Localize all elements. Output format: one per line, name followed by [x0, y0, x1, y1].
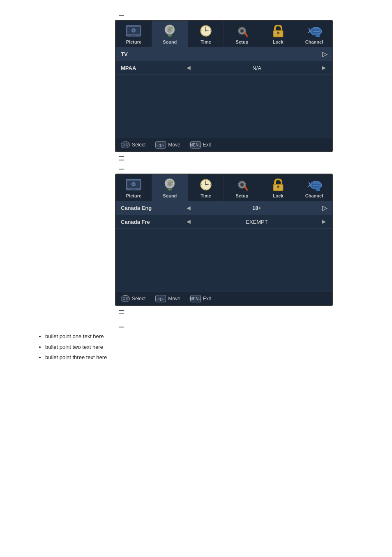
sound-icon-2 — [161, 178, 178, 192]
exit-btn-icon-2: MENU — [190, 295, 201, 302]
svg-line-31 — [308, 31, 310, 33]
svg-point-4 — [132, 29, 135, 32]
row-arrow-right-canada-eng[interactable]: ▷ — [315, 204, 327, 212]
tab-lock-1[interactable]: Lock — [260, 21, 296, 47]
menu-header-title-1: TV — [121, 51, 322, 57]
channel-icon-2 — [306, 178, 323, 192]
move-label-1: Move — [168, 142, 180, 148]
svg-rect-58 — [244, 186, 248, 191]
svg-rect-24 — [274, 31, 277, 34]
move-label-2: Move — [168, 296, 180, 302]
row-label-mpaa: MPAA — [121, 65, 178, 71]
svg-rect-60 — [274, 185, 277, 188]
select-label-1: Select — [132, 142, 145, 148]
tab-bar-2: Picture Sound — [116, 174, 332, 201]
svg-rect-32 — [313, 28, 320, 29]
svg-point-46 — [171, 181, 173, 183]
tab-time-1[interactable]: Time — [188, 21, 224, 47]
tab-label-setup-1: Setup — [236, 39, 249, 44]
svg-rect-68 — [313, 182, 320, 183]
bullet-item-3: bullet point three text here — [45, 353, 359, 362]
svg-rect-61 — [274, 188, 277, 190]
tab-label-lock-1: Lock — [273, 39, 284, 44]
select-label-2: Select — [132, 296, 145, 302]
menu-content-2: Canada Eng ◄ 18+ ▷ Canada Fre ◄ EXEMPT ► — [116, 201, 332, 292]
bullet-item-2: bullet point two text here — [45, 343, 359, 351]
tab-sound-2[interactable]: Sound — [152, 174, 188, 201]
tv-menu-1: Picture Sound — [115, 20, 333, 152]
setup-icon-2 — [234, 178, 250, 192]
svg-rect-70 — [313, 185, 320, 186]
exit-btn-icon-1: MENU — [190, 141, 201, 149]
menu-header-row-1: TV ▷ — [116, 47, 332, 61]
dash-7 — [119, 327, 124, 327]
dash-2 — [119, 156, 124, 157]
svg-point-51 — [205, 184, 207, 186]
tab-channel-1[interactable]: Channel — [296, 21, 332, 47]
channel-icon-1 — [306, 24, 323, 38]
row-arrow-right-mpaa[interactable]: ► — [315, 64, 327, 72]
menu-row-mpaa[interactable]: MPAA ◄ N/A ► — [116, 61, 332, 75]
svg-point-9 — [171, 27, 173, 29]
tab-setup-1[interactable]: Setup — [224, 21, 260, 47]
menu-footer-2: ⊙▽ Select ◁▷ Move MENU Exit — [116, 292, 332, 305]
dash-5 — [119, 310, 124, 311]
tab-setup-2[interactable]: Setup — [224, 174, 260, 201]
picture-icon-1 — [125, 24, 142, 38]
svg-point-14 — [205, 30, 207, 32]
picture-icon-2 — [125, 178, 142, 192]
row-value-canada-fre: EXEMPT — [199, 219, 315, 225]
tab-picture-2[interactable]: Picture — [116, 174, 152, 201]
time-icon-2 — [198, 178, 214, 192]
menu-footer-1: ⊙▽ Select ◁▷ Move MENU Exit — [116, 138, 332, 151]
menu-header-arrow-1: ▷ — [322, 50, 327, 58]
svg-rect-36 — [316, 35, 320, 37]
tab-label-channel-1: Channel — [305, 39, 323, 44]
menu-row-canada-fre[interactable]: Canada Fre ◄ EXEMPT ► — [116, 215, 332, 229]
lock-icon-1 — [270, 24, 286, 38]
svg-rect-26 — [279, 31, 282, 36]
svg-rect-25 — [274, 34, 277, 36]
tab-bar-1: Picture Sound — [116, 21, 332, 47]
svg-line-67 — [308, 185, 310, 187]
tv-menu-2: Picture Sound — [115, 174, 333, 306]
footer-select-1: ⊙▽ Select — [121, 142, 145, 148]
svg-line-30 — [309, 28, 310, 31]
menu-row-canada-eng[interactable]: Canada Eng ◄ 18+ ▷ — [116, 201, 332, 215]
move-btn-icon-2: ◁▷ — [155, 295, 166, 302]
row-label-canada-fre: Canada Fre — [121, 219, 178, 225]
footer-move-2: ◁▷ Move — [155, 295, 180, 302]
row-arrow-right-canada-fre[interactable]: ► — [315, 218, 327, 225]
tab-lock-2[interactable]: Lock — [260, 174, 296, 201]
row-arrow-left-mpaa[interactable]: ◄ — [178, 64, 199, 72]
svg-rect-72 — [316, 189, 320, 191]
dash-1 — [119, 15, 124, 16]
row-arrow-left-canada-fre[interactable]: ◄ — [178, 218, 199, 225]
dash-4 — [119, 169, 124, 169]
gap-1 — [8, 163, 384, 166]
svg-rect-62 — [279, 185, 282, 190]
tab-picture-1[interactable]: Picture — [116, 21, 152, 47]
svg-rect-35 — [313, 33, 320, 34]
footer-select-2: ⊙▽ Select — [121, 295, 145, 302]
move-btn-icon-1: ◁▷ — [155, 141, 166, 149]
svg-point-63 — [277, 186, 279, 188]
tab-time-2[interactable]: Time — [188, 174, 224, 201]
exit-label-2: Exit — [203, 296, 211, 302]
bullet-item-1: bullet point one text here — [45, 332, 359, 341]
sound-icon-1 — [161, 24, 178, 38]
bullet-list: bullet point one text here bullet point … — [33, 332, 359, 362]
tab-sound-1[interactable]: Sound — [152, 21, 188, 47]
row-label-canada-eng: Canada Eng — [121, 205, 178, 211]
tab-channel-2[interactable]: Channel — [296, 174, 332, 201]
footer-move-1: ◁▷ Move — [155, 141, 180, 149]
select-btn-icon-1: ⊙▽ — [121, 142, 130, 148]
dash-3 — [119, 160, 124, 160]
svg-rect-2 — [131, 35, 136, 36]
svg-rect-33 — [313, 30, 320, 30]
row-arrow-left-canada-eng[interactable]: ◄ — [178, 204, 199, 212]
svg-rect-71 — [313, 187, 320, 188]
page-container: Picture Sound — [0, 8, 392, 368]
tab-label-time-1: Time — [201, 39, 211, 44]
svg-rect-34 — [313, 31, 320, 32]
